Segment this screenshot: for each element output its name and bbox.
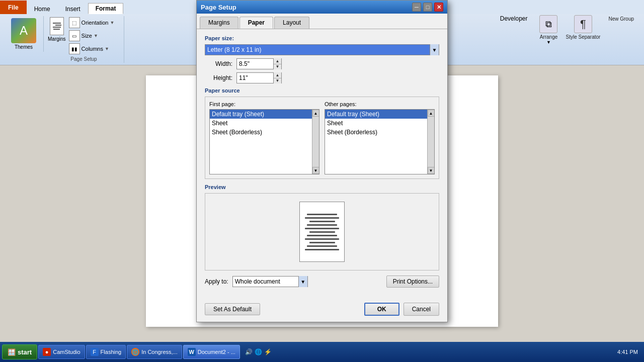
height-spin-buttons: ▲ ▼: [273, 72, 281, 83]
browser-icon: 🌐: [131, 348, 139, 356]
height-label: Height:: [205, 74, 232, 81]
width-label: Width:: [205, 60, 232, 67]
word-icon: W: [188, 348, 196, 356]
tray-icon-1: 🔊: [245, 348, 253, 355]
source-columns: First page: Default tray (Sheet) Sheet S…: [209, 101, 435, 174]
other-pages-col: Other pages: Default tray (Sheet) Sheet …: [325, 101, 435, 174]
first-page-listbox[interactable]: Default tray (Sheet) Sheet Sheet (Border…: [209, 109, 319, 174]
taskbar-item-label-3: Document2 - ...: [198, 349, 235, 355]
dialog-footer: Set As Default OK Cancel: [197, 299, 447, 322]
preview-line-2: [305, 217, 339, 219]
taskbar-item-3[interactable]: W Document2 - ...: [183, 345, 240, 359]
maximize-button[interactable]: □: [423, 3, 432, 12]
paper-source-label: Paper source: [205, 87, 439, 94]
height-value: 11": [237, 74, 273, 81]
preview-line-1: [307, 214, 337, 215]
set-as-default-button[interactable]: Set As Default: [205, 303, 260, 315]
taskbar-item-label-2: In Congress,...: [141, 349, 178, 355]
other-pages-label: Other pages:: [325, 101, 435, 107]
height-row: Height: 11" ▲ ▼: [205, 72, 439, 83]
tab-margins[interactable]: Margins: [200, 17, 238, 29]
paper-source-section: First page: Default tray (Sheet) Sheet S…: [205, 97, 439, 179]
preview-line-4: [307, 224, 337, 226]
first-page-item-1[interactable]: Sheet: [210, 119, 312, 128]
paper-size-section-label: Paper size:: [205, 35, 439, 41]
ok-button[interactable]: OK: [364, 303, 399, 316]
apply-to-arrow[interactable]: ▼: [298, 276, 307, 287]
preview-line-3: [309, 221, 335, 222]
width-value: 8.5": [237, 60, 273, 67]
first-page-scroll-track: [312, 117, 319, 167]
other-pages-listbox[interactable]: Default tray (Sheet) Sheet Sheet (Border…: [325, 109, 435, 174]
preview-line-11: [305, 249, 339, 250]
width-spinner[interactable]: 8.5" ▲ ▼: [236, 58, 282, 69]
other-pages-scroll-down[interactable]: ▼: [428, 167, 435, 174]
tray-icon-3: ⚡: [264, 348, 272, 355]
apply-to-row: Apply to: Whole document ▼ Print Options…: [205, 276, 439, 288]
preview-line-5: [305, 228, 339, 229]
camstudio-icon: ●: [43, 348, 51, 356]
apply-to-dropdown[interactable]: Whole document ▼: [232, 276, 308, 287]
taskbar-item-label-0: CamStudio: [53, 349, 80, 355]
taskbar-item-label-1: Flashing: [101, 349, 122, 355]
taskbar-item-1[interactable]: F Flashing: [86, 345, 126, 359]
first-page-item-2[interactable]: Sheet (Borderless): [210, 128, 312, 137]
taskbar-tray: 🔊 🌐 ⚡: [241, 348, 276, 355]
flashing-icon: F: [91, 348, 99, 356]
dialog-body: Paper size: Letter (8 1/2 x 11 in) ▼ Wid…: [197, 29, 447, 299]
taskbar-item-2[interactable]: 🌐 In Congress,...: [127, 345, 182, 359]
dialog-title-buttons: ─ □ ✕: [412, 3, 443, 12]
dialog-title: Page Setup: [201, 4, 236, 11]
first-page-item-0[interactable]: Default tray (Sheet): [210, 110, 312, 119]
height-spinner[interactable]: 11" ▲ ▼: [236, 72, 282, 83]
preview-section: [205, 193, 439, 270]
first-page-scroll-up[interactable]: ▲: [312, 110, 319, 117]
first-page-scrollbar: ▲ ▼: [312, 110, 319, 174]
first-page-scroll-down[interactable]: ▼: [312, 167, 319, 174]
width-spin-up[interactable]: ▲: [274, 58, 281, 64]
first-page-label: First page:: [209, 101, 319, 107]
width-row: Width: 8.5" ▲ ▼: [205, 58, 439, 69]
tab-paper[interactable]: Paper: [239, 17, 273, 29]
tab-layout[interactable]: Layout: [274, 17, 309, 29]
preview-section-label: Preview: [205, 184, 439, 190]
preview-line-6: [309, 231, 335, 233]
taskbar-item-0[interactable]: ● CamStudio: [38, 345, 85, 359]
apply-to-label: Apply to:: [205, 278, 228, 285]
start-orb: 🪟: [8, 348, 16, 356]
footer-left: Set As Default: [205, 303, 260, 315]
cancel-button[interactable]: Cancel: [404, 303, 439, 316]
taskbar: 🪟 start ● CamStudio F Flashing 🌐 In Cong…: [0, 342, 644, 362]
other-pages-scrollbar: ▲ ▼: [427, 110, 434, 174]
paper-size-row: Letter (8 1/2 x 11 in) ▼: [205, 44, 439, 55]
width-spin-buttons: ▲ ▼: [273, 58, 281, 69]
other-pages-item-1[interactable]: Sheet: [325, 119, 427, 128]
close-button[interactable]: ✕: [434, 3, 443, 12]
width-spin-down[interactable]: ▼: [274, 64, 281, 70]
preview-page: [299, 202, 345, 262]
start-button[interactable]: 🪟 start: [2, 344, 37, 359]
dialog-titlebar: Page Setup ─ □ ✕: [197, 1, 447, 14]
first-page-col: First page: Default tray (Sheet) Sheet S…: [209, 101, 319, 174]
other-pages-item-2[interactable]: Sheet (Borderless): [325, 128, 427, 137]
dialog-overlay: Page Setup ─ □ ✕ Margins Paper Layout Pa…: [0, 0, 644, 362]
paper-size-arrow[interactable]: ▼: [430, 44, 439, 55]
height-spin-up[interactable]: ▲: [274, 72, 281, 78]
minimize-button[interactable]: ─: [412, 3, 421, 12]
start-label: start: [18, 348, 32, 356]
dialog-tabs: Margins Paper Layout: [197, 14, 447, 29]
height-spin-down[interactable]: ▼: [274, 78, 281, 84]
print-options-button[interactable]: Print Options...: [386, 276, 439, 288]
tray-icon-2: 🌐: [255, 348, 262, 355]
apply-to-value: Whole document: [233, 278, 298, 285]
paper-size-value: Letter (8 1/2 x 11 in): [205, 46, 430, 53]
page-setup-dialog: Page Setup ─ □ ✕ Margins Paper Layout Pa…: [196, 0, 448, 322]
paper-size-dropdown[interactable]: Letter (8 1/2 x 11 in) ▼: [205, 44, 439, 55]
other-pages-scroll-track: [428, 117, 434, 167]
taskbar-clock: 4:41 PM: [613, 349, 642, 355]
other-pages-item-0[interactable]: Default tray (Sheet): [325, 110, 427, 119]
preview-line-9: [309, 242, 335, 243]
footer-right: OK Cancel: [364, 303, 439, 316]
other-pages-scroll-up[interactable]: ▲: [428, 110, 435, 117]
preview-line-7: [307, 235, 337, 236]
